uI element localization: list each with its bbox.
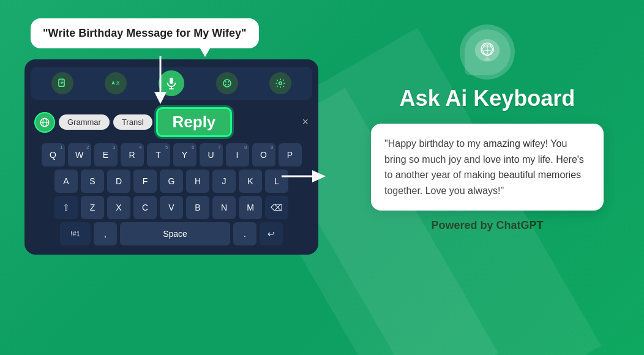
period-key[interactable]: . bbox=[233, 222, 256, 245]
speech-bubble-text: "Write Birthday Message for My Wifey" bbox=[43, 27, 247, 39]
return-key[interactable]: ↩ bbox=[260, 222, 283, 245]
svg-point-9 bbox=[225, 81, 226, 83]
key-a[interactable]: A bbox=[54, 170, 78, 193]
right-panel: Ask Ai Keyboard "Happy birthday to my am… bbox=[355, 18, 620, 232]
key-b[interactable]: B bbox=[186, 196, 209, 219]
comma-key[interactable]: , bbox=[94, 222, 117, 245]
key-i[interactable]: 8I bbox=[226, 143, 249, 166]
key-o[interactable]: 9O bbox=[252, 143, 275, 166]
key-j[interactable]: J bbox=[212, 170, 236, 193]
ai-logo bbox=[460, 24, 515, 80]
svg-point-10 bbox=[228, 81, 229, 83]
key-y[interactable]: 6Y bbox=[173, 143, 197, 166]
chat-bubble-icon bbox=[465, 29, 511, 75]
palette-icon-btn[interactable] bbox=[216, 72, 238, 94]
globe-btn[interactable] bbox=[34, 112, 55, 133]
svg-point-13 bbox=[279, 82, 282, 85]
key-z[interactable]: Z bbox=[81, 196, 104, 219]
svg-point-11 bbox=[225, 84, 226, 85]
speech-bubble: "Write Birthday Message for My Wifey" bbox=[31, 18, 259, 48]
symbols-key[interactable]: !#1 bbox=[60, 222, 91, 245]
key-s[interactable]: S bbox=[81, 170, 104, 193]
svg-point-12 bbox=[228, 84, 229, 85]
grammar-tag[interactable]: Grammar bbox=[59, 114, 110, 130]
svg-text:A: A bbox=[112, 80, 116, 86]
key-n[interactable]: N bbox=[212, 196, 236, 219]
key-row-4: !#1 , Space . ↩ bbox=[31, 222, 312, 245]
key-t[interactable]: 5T bbox=[147, 143, 170, 166]
key-r[interactable]: 4R bbox=[121, 143, 144, 166]
response-card: "Happy birthday to my amazing wifey! You… bbox=[371, 124, 604, 211]
key-h[interactable]: H bbox=[186, 170, 209, 193]
reply-button[interactable]: Reply bbox=[156, 107, 233, 137]
key-p[interactable]: P bbox=[279, 143, 302, 166]
translate-tag[interactable]: Transl bbox=[113, 114, 152, 130]
response-text: "Happy birthday to my amazing wifey! You… bbox=[384, 136, 590, 198]
powered-by-text: Powered by ChatGPT bbox=[431, 219, 543, 232]
key-e[interactable]: 3E bbox=[94, 143, 118, 166]
key-f[interactable]: F bbox=[133, 170, 157, 193]
key-row-1: 1Q 2W 3E 4R 5T 6Y 7U 8I 9O P bbox=[31, 143, 312, 166]
arrow-right-icon bbox=[282, 164, 331, 189]
svg-marker-0 bbox=[154, 92, 167, 104]
key-g[interactable]: G bbox=[160, 170, 183, 193]
arrow-down-icon bbox=[142, 56, 179, 111]
key-u[interactable]: 7U bbox=[200, 143, 223, 166]
key-m[interactable]: M bbox=[239, 196, 262, 219]
key-x[interactable]: X bbox=[107, 196, 130, 219]
key-k[interactable]: K bbox=[239, 170, 262, 193]
key-q[interactable]: 1Q bbox=[42, 143, 65, 166]
close-button[interactable]: × bbox=[302, 116, 309, 129]
settings-icon-btn[interactable] bbox=[269, 72, 291, 94]
dictionary-icon-btn[interactable]: Z bbox=[51, 72, 73, 94]
space-key[interactable]: Space bbox=[120, 222, 230, 245]
key-v[interactable]: V bbox=[160, 196, 183, 219]
svg-text:文: 文 bbox=[116, 81, 120, 85]
key-row-3: ⇧ Z X C V B N M ⌫ bbox=[31, 196, 312, 219]
svg-text:Z: Z bbox=[63, 83, 66, 87]
left-panel: "Write Birthday Message for My Wifey" Z bbox=[24, 18, 331, 255]
svg-point-8 bbox=[223, 80, 231, 87]
app-title: Ask Ai Keyboard bbox=[400, 86, 575, 111]
key-row-2: A S D F G H J K L bbox=[31, 170, 312, 193]
svg-marker-17 bbox=[312, 170, 326, 182]
key-c[interactable]: C bbox=[133, 196, 157, 219]
translate-icon-btn[interactable]: A 文 bbox=[105, 72, 127, 94]
key-w[interactable]: 2W bbox=[68, 143, 91, 166]
shift-key[interactable]: ⇧ bbox=[54, 196, 78, 219]
backspace-key[interactable]: ⌫ bbox=[265, 196, 288, 219]
key-d[interactable]: D bbox=[107, 170, 130, 193]
